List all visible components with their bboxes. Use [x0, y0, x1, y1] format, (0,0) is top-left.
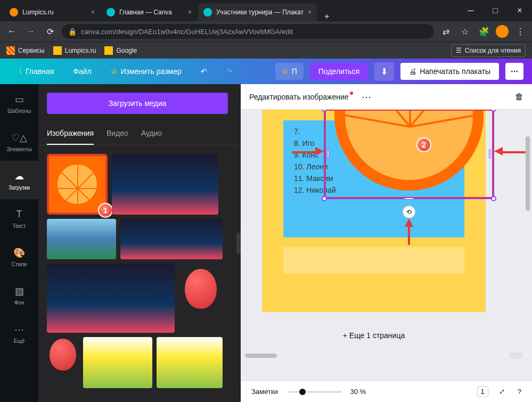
scroll-thumb[interactable] [526, 136, 530, 211]
star-icon[interactable]: ☆ [457, 24, 472, 39]
close-icon[interactable]: × [188, 9, 192, 16]
resize-handle-ne[interactable] [491, 110, 496, 112]
scroll-thumb[interactable] [245, 354, 277, 358]
media-item-space3[interactable] [47, 264, 175, 333]
tab-images[interactable]: Изображения [47, 122, 94, 145]
bookmark-label: Сервисы [18, 47, 45, 54]
side-nav: ▭ Шаблоны ♡△ Элементы ☁ Загрузки T Текст… [0, 84, 38, 402]
media-item-space2[interactable] [120, 219, 223, 259]
file-button[interactable]: Файл [67, 63, 97, 80]
reading-list-button[interactable]: ☰ Список для чтения [451, 44, 526, 57]
tab-canva-design[interactable]: Участники турнира — Плакат × [198, 3, 317, 21]
pro-label: П [292, 67, 297, 76]
tab-canva-home[interactable]: Главная — Canva × [101, 3, 197, 21]
bookmark-services[interactable]: Сервисы [6, 46, 45, 55]
tab-lumpics[interactable]: Lumpics.ru × [4, 3, 100, 21]
slider-thumb[interactable] [299, 389, 306, 395]
close-icon[interactable]: × [308, 9, 312, 16]
tab-video[interactable]: Видео [107, 122, 128, 145]
minimize-button[interactable]: ─ [459, 0, 483, 21]
maximize-button[interactable]: □ [483, 0, 508, 21]
undo-button[interactable]: ↶ [194, 63, 214, 80]
forward-button[interactable]: → [23, 24, 38, 39]
nav-uploads[interactable]: ☁ Загрузки [0, 161, 38, 199]
media-item-balloon1[interactable] [179, 264, 223, 333]
upload-media-button[interactable]: Загрузить медиа [47, 93, 228, 114]
rotate-handle[interactable]: ⟲ [403, 206, 415, 218]
back-button[interactable]: ← [4, 24, 19, 39]
upload-label: Загрузить медиа [109, 99, 167, 108]
resize-handle-s[interactable] [404, 198, 414, 200]
bookmark-google[interactable]: Google [104, 46, 137, 55]
download-button[interactable]: ⬇ [374, 62, 394, 81]
home-button[interactable]: 〈 Главная [9, 62, 60, 80]
toolbar-more[interactable]: ⋯ [362, 91, 371, 103]
close-button[interactable]: × [508, 0, 532, 21]
media-item-sunrise2[interactable] [157, 337, 223, 388]
help-button[interactable]: ? [515, 385, 523, 398]
scroll-toggle[interactable] [510, 352, 522, 359]
canvas-viewport[interactable]: 7. 8. Иго 9. Конс 10. Леони 11. Максим 1… [241, 110, 532, 381]
notes-button[interactable]: Заметки [249, 385, 280, 398]
media-item-landscape[interactable] [47, 219, 116, 259]
print-icon: 🖨 [409, 67, 416, 76]
resize-handle-sw[interactable] [322, 196, 327, 201]
design-page[interactable]: 7. 8. Иго 9. Конс 10. Леони 11. Максим 1… [262, 110, 507, 312]
reload-button[interactable]: ⟳ [43, 24, 58, 39]
nav-text[interactable]: T Текст [0, 199, 38, 237]
nav-more[interactable]: ⋯ Ещё [0, 314, 38, 352]
menu-icon[interactable]: ⋮ [513, 24, 528, 39]
close-icon[interactable]: × [91, 9, 95, 16]
fullscreen-button[interactable]: ⤢ [497, 385, 507, 398]
sync-icon[interactable]: ⇄ [438, 24, 453, 39]
lock-icon: 🔒 [68, 28, 77, 36]
annotation-arrow [500, 151, 526, 153]
pro-button[interactable]: ♔ П [275, 63, 304, 80]
print-button[interactable]: 🖨 Напечатать плакаты [400, 63, 499, 80]
background-icon: ▨ [13, 285, 26, 298]
add-page-button[interactable]: + Еще 1 страница [262, 323, 486, 348]
yellow-strip[interactable] [283, 247, 464, 274]
vertical-scrollbar[interactable] [525, 135, 531, 342]
browser-titlebar: Lumpics.ru × Главная — Canva × Участники… [0, 0, 532, 21]
media-item-sunrise1[interactable] [83, 337, 152, 388]
edit-image-button[interactable]: Редактировать изображение [249, 93, 349, 101]
resize-handle-w[interactable] [327, 149, 329, 159]
collapse-handle[interactable] [236, 233, 241, 254]
new-tab-button[interactable]: + [318, 12, 335, 21]
extensions-icon[interactable]: 🧩 [477, 24, 492, 39]
profile-avatar[interactable] [496, 25, 509, 38]
tab-audio[interactable]: Аудио [141, 122, 162, 145]
file-label: Файл [73, 67, 91, 76]
media-item-space1[interactable] [112, 154, 218, 215]
url-input[interactable]: 🔒 canva.com/design/DAEo1w0v4nc/GuHELUej3… [62, 24, 434, 39]
horizontal-scrollbar[interactable] [241, 352, 525, 359]
nav-elements[interactable]: ♡△ Элементы [0, 122, 38, 161]
resize-button[interactable]: ♔ Изменить размер [104, 63, 188, 80]
panel-separator[interactable] [236, 84, 241, 402]
bookmark-lumpics[interactable]: Lumpics.ru [53, 46, 96, 55]
resize-handle-e[interactable] [489, 149, 491, 159]
browser-tabs: Lumpics.ru × Главная — Canva × Участники… [0, 0, 459, 21]
redo-button[interactable]: ↷ [220, 63, 239, 80]
bookmarks-bar: Сервисы Lumpics.ru Google ☰ Список для ч… [0, 42, 532, 59]
nav-templates[interactable]: ▭ Шаблоны [0, 84, 38, 122]
nav-background[interactable]: ▨ Фон [0, 276, 38, 314]
share-button[interactable]: Поделиться [310, 63, 368, 80]
media-item-balloon2[interactable] [47, 337, 79, 388]
arrow-up-icon [405, 218, 413, 227]
selection-box[interactable]: ⟲ [324, 110, 494, 199]
media-item-orange[interactable]: 1 [47, 154, 108, 215]
share-label: Поделиться [318, 67, 359, 76]
page-indicator[interactable]: 1 [477, 386, 488, 397]
resize-handle-se[interactable] [491, 196, 496, 201]
more-button[interactable]: ⋯ [505, 63, 523, 80]
chevron-left-icon: 〈 [15, 67, 22, 76]
edit-label: Редактировать изображение [249, 93, 349, 101]
delete-button[interactable]: 🗑 [515, 92, 523, 102]
resize-handle-n[interactable] [404, 110, 414, 110]
arrow-right-icon [315, 147, 324, 155]
zoom-slider[interactable] [289, 391, 342, 393]
annotation-arrow [292, 151, 318, 153]
nav-styles[interactable]: 🎨 Стили [0, 237, 38, 276]
